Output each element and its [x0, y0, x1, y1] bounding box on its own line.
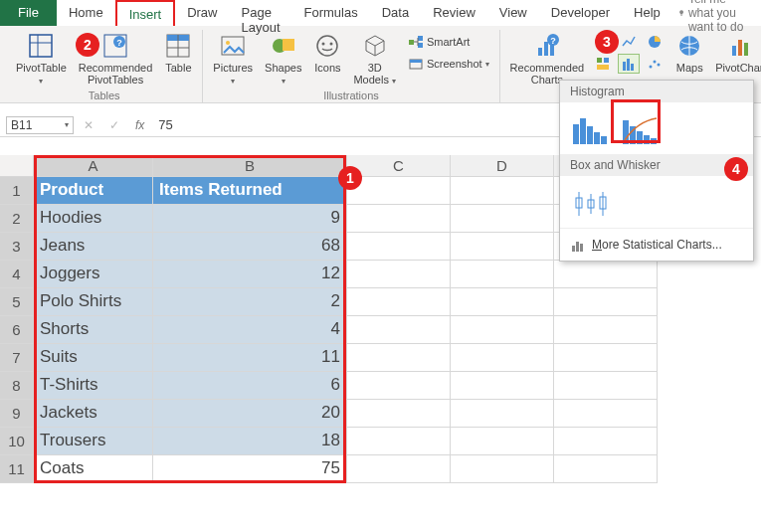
cell[interactable]: 4 [153, 316, 347, 344]
cell[interactable] [554, 400, 658, 428]
select-all-corner[interactable] [0, 155, 34, 177]
cell[interactable]: 12 [153, 261, 347, 288]
tab-home[interactable]: Home [57, 0, 115, 26]
icons-button[interactable]: Icons [309, 30, 345, 76]
row-header[interactable]: 4 [0, 261, 34, 288]
col-header-d[interactable]: D [451, 155, 554, 177]
cell[interactable] [347, 455, 451, 483]
cell[interactable]: Joggers [34, 261, 153, 288]
cancel-icon[interactable]: ✕ [78, 118, 99, 132]
pivottable-button[interactable]: PivotTable▾ [12, 30, 71, 89]
row-header[interactable]: 6 [0, 316, 34, 344]
cell[interactable] [451, 400, 554, 428]
tab-review[interactable]: Review [421, 0, 487, 26]
row-header[interactable]: 1 [0, 177, 34, 205]
row-header[interactable]: 11 [0, 455, 34, 483]
cell[interactable] [347, 233, 451, 261]
cell[interactable]: Jackets [34, 400, 153, 428]
cell[interactable] [347, 400, 451, 428]
cell[interactable]: Trousers [34, 428, 153, 455]
cell[interactable] [451, 455, 554, 483]
col-header-b[interactable]: B [153, 155, 347, 177]
cell[interactable] [347, 261, 451, 288]
cell[interactable] [554, 316, 658, 344]
cell[interactable]: 18 [153, 428, 347, 455]
cell[interactable]: Items Returned [153, 177, 347, 205]
cell[interactable] [554, 288, 658, 316]
cell[interactable] [347, 428, 451, 455]
tab-developer[interactable]: Developer [539, 0, 622, 26]
tab-file[interactable]: File [0, 0, 57, 26]
cell[interactable] [451, 372, 554, 400]
histogram-option[interactable] [570, 110, 612, 146]
cell[interactable] [347, 316, 451, 344]
3d-models-button[interactable]: 3D Models ▾ [349, 30, 400, 89]
pie-chart-button[interactable] [644, 32, 666, 52]
cell[interactable] [451, 316, 554, 344]
tab-draw[interactable]: Draw [175, 0, 229, 26]
cell[interactable] [451, 233, 554, 261]
pareto-option[interactable] [620, 110, 662, 146]
cell[interactable]: Coats [34, 455, 153, 483]
cell[interactable] [554, 428, 658, 455]
cell[interactable] [451, 205, 554, 233]
tab-help[interactable]: Help [622, 0, 672, 26]
cell[interactable]: T-Shirts [34, 372, 153, 400]
cell[interactable] [451, 288, 554, 316]
shapes-button[interactable]: Shapes▾ [261, 30, 305, 89]
col-header-a[interactable]: A [34, 155, 153, 177]
cell[interactable]: Jeans [34, 233, 153, 261]
column-chart-button[interactable] [592, 32, 614, 52]
cell[interactable]: 9 [153, 205, 347, 233]
scatter-chart-button[interactable] [644, 54, 666, 74]
cell[interactable]: 68 [153, 233, 347, 261]
cell[interactable] [554, 455, 658, 483]
col-header-c[interactable]: C [347, 155, 451, 177]
cell[interactable]: Hoodies [34, 205, 153, 233]
cell[interactable] [554, 372, 658, 400]
tab-formulas[interactable]: Formulas [292, 0, 370, 26]
cell[interactable]: 6 [153, 372, 347, 400]
row-header[interactable]: 2 [0, 205, 34, 233]
cell[interactable] [347, 372, 451, 400]
table-button[interactable]: Table [160, 30, 196, 76]
cell[interactable] [347, 177, 451, 205]
enter-icon[interactable]: ✓ [103, 118, 125, 132]
hierarchy-chart-button[interactable] [592, 54, 614, 74]
cell[interactable] [347, 205, 451, 233]
cell[interactable] [347, 344, 451, 372]
cell[interactable] [451, 261, 554, 288]
cell[interactable] [451, 177, 554, 205]
tab-view[interactable]: View [487, 0, 539, 26]
cell[interactable]: Suits [34, 344, 153, 372]
cell[interactable] [554, 344, 658, 372]
smartart-button[interactable]: SmartArt [404, 32, 493, 52]
row-header[interactable]: 5 [0, 288, 34, 316]
line-chart-button[interactable] [618, 32, 640, 52]
row-header[interactable]: 3 [0, 233, 34, 261]
statistic-chart-button[interactable] [618, 54, 640, 74]
tab-insert[interactable]: Insert [115, 0, 176, 26]
cell[interactable]: 75 [153, 455, 347, 483]
cell[interactable] [451, 428, 554, 455]
cell[interactable]: Shorts [34, 316, 153, 344]
tell-me[interactable]: Tell me what you want to do [672, 0, 761, 26]
screenshot-button[interactable]: Screenshot ▾ [404, 54, 493, 74]
cell[interactable]: Product [34, 177, 153, 205]
fx-icon[interactable]: fx [129, 118, 150, 132]
row-header[interactable]: 8 [0, 372, 34, 400]
pictures-button[interactable]: Pictures▾ [209, 30, 257, 89]
cell[interactable]: 2 [153, 288, 347, 316]
tab-data[interactable]: Data [370, 0, 421, 26]
cell[interactable]: 11 [153, 344, 347, 372]
cell[interactable] [554, 261, 658, 288]
more-statistical-charts[interactable]: More Statistical Charts... [560, 228, 753, 261]
tab-page-layout[interactable]: Page Layout [230, 0, 292, 26]
cell[interactable]: 20 [153, 400, 347, 428]
box-whisker-option[interactable] [570, 184, 612, 220]
cell[interactable] [347, 288, 451, 316]
row-header[interactable]: 10 [0, 428, 34, 455]
row-header[interactable]: 7 [0, 344, 34, 372]
cell[interactable] [451, 344, 554, 372]
name-box[interactable]: B11▾ [6, 116, 74, 134]
